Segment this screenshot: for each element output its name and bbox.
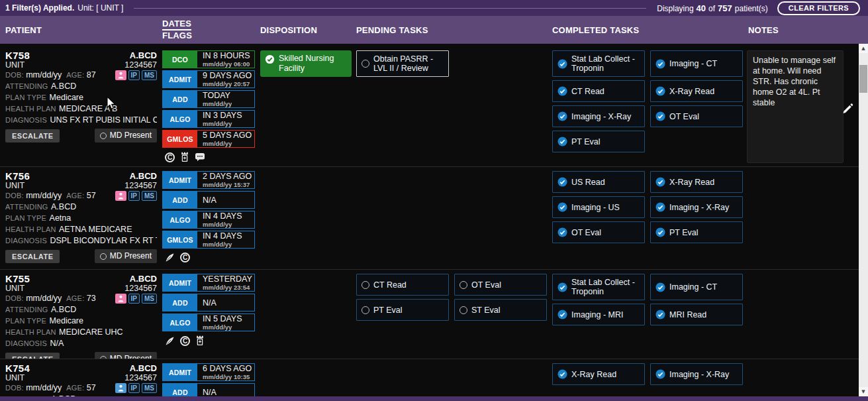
- md-present-toggle[interactable]: MD Present: [95, 129, 157, 143]
- completed-task[interactable]: Stat Lab Collect - Troponin: [552, 50, 645, 77]
- disposition-chip[interactable]: Skilled Nursing Facility: [260, 50, 352, 77]
- crown-flag-icon: [195, 335, 205, 346]
- completed-task[interactable]: Imaging - US: [552, 196, 645, 218]
- notes-cell: [746, 363, 859, 396]
- patient-id: K756: [5, 171, 30, 181]
- patient-plan-type: PLAN TYPE Aetna: [5, 212, 157, 223]
- displaying-count-text: Displaying 40 of 757 patient(s): [657, 3, 768, 13]
- completed-task[interactable]: OT Eval: [552, 221, 645, 243]
- completed-check-icon: [655, 310, 665, 319]
- date-chip-algo: ALGO IN 3 DAYSmm/dd/yy: [162, 110, 255, 128]
- patient-dob-age: DOB: mm/dd/yy AGE: 57: [5, 383, 96, 393]
- completed-task[interactable]: Stat Lab Collect - Troponin: [552, 274, 645, 300]
- unchecked-circle-icon: [362, 306, 369, 314]
- divider-line: [134, 8, 646, 9]
- dates-flags-cell: DCO IN 8 HOURSmm/dd/yy 06:00 ADMIT 9 DAY…: [162, 50, 258, 166]
- of-word: of: [708, 4, 715, 13]
- completed-task[interactable]: PT Eval: [650, 221, 743, 243]
- completed-task[interactable]: Imaging - MRI: [552, 304, 645, 325]
- pending-tasks-cell: CT ReadOT EvalPT EvalST Eval: [356, 274, 552, 359]
- completed-task[interactable]: OT Eval: [650, 105, 743, 127]
- clear-filters-button[interactable]: CLEAR FILTERS: [777, 1, 860, 15]
- disposition-cell: [258, 363, 356, 396]
- scroll-down-button[interactable]: ▼: [859, 387, 868, 396]
- completed-check-icon: [557, 86, 567, 96]
- completed-check-icon: [655, 86, 665, 96]
- completed-check-icon: [557, 310, 567, 319]
- patient-info: K755A.BCD UNIT1234567 DOB: mm/dd/yy AGE:…: [0, 274, 162, 359]
- completed-task[interactable]: Imaging - X-Ray: [650, 363, 743, 385]
- vertical-scrollbar[interactable]: ▲ ▼: [859, 44, 868, 396]
- md-present-toggle[interactable]: MD Present: [95, 249, 157, 263]
- completed-check-icon: [655, 59, 665, 69]
- date-chip-tag: GMLOS: [163, 231, 197, 248]
- dates-flags-cell: ADMIT YESTERDAYmm/dd/yy 23:54 ADD N/A AL…: [162, 274, 258, 359]
- col-header-completed-tasks: COMPLETED TASKS: [552, 25, 746, 35]
- md-present-toggle[interactable]: MD Present: [95, 352, 157, 359]
- patient-id: K758: [5, 50, 30, 60]
- gender-female-icon: [115, 191, 126, 201]
- completed-check-icon: [557, 177, 567, 187]
- patient-id: K755: [5, 274, 30, 284]
- patient-unit: UNIT: [5, 60, 24, 70]
- dates-flags-cell: ADMIT 6 DAYS AGOmm/dd/yy 10:35 ADD N/A: [162, 363, 258, 396]
- patient-badges: IPMS: [115, 191, 157, 201]
- disposition-cell: [258, 274, 356, 359]
- patient-class-badge: MS: [142, 191, 157, 201]
- date-chip-tag: DCO: [163, 51, 197, 68]
- scrollbar-thumb[interactable]: [859, 65, 867, 93]
- scroll-up-button[interactable]: ▲: [859, 44, 868, 53]
- flag-icons-row: C: [162, 253, 258, 262]
- pending-task[interactable]: OT Eval: [454, 274, 547, 296]
- col-header-pending-tasks: PENDING TASKS: [356, 25, 552, 35]
- completed-task[interactable]: X-Ray Read: [650, 171, 743, 193]
- dates-flags-cell: ADMIT 2 DAYS AGOmm/dd/yy 15:37 ADD N/A A…: [162, 171, 258, 269]
- filters-applied-text: 1 Filter(s) Applied.: [5, 3, 74, 13]
- completed-task[interactable]: Imaging - CT: [650, 274, 743, 300]
- escalate-button[interactable]: ESCALATE: [5, 129, 60, 143]
- patient-row: K754A.BCD UNIT1234567 DOB: mm/dd/yy AGE:…: [0, 359, 859, 396]
- edit-note-icon[interactable]: [842, 103, 853, 114]
- attending-code: A.BCD: [130, 171, 157, 181]
- pending-task[interactable]: CT Read: [356, 274, 449, 296]
- completed-check-icon: [655, 202, 665, 212]
- displayed-count: 40: [697, 3, 706, 13]
- patient-class-badge: MS: [142, 383, 157, 393]
- escalate-button[interactable]: ESCALATE: [5, 250, 60, 263]
- patient-attending: ATTENDING A.BCD: [5, 201, 157, 212]
- crown-flag-icon: [180, 152, 189, 162]
- completed-task[interactable]: US Read: [552, 171, 645, 193]
- completed-task[interactable]: PT Eval: [552, 131, 645, 152]
- date-chip-algo: ALGO IN 5 DAYSmm/dd/yy: [162, 314, 255, 331]
- patient-attending: ATTENDING A.BCD: [5, 304, 157, 315]
- notes-text[interactable]: Unable to manage self at home. Will need…: [747, 50, 844, 163]
- patient-class-badge: IP: [128, 383, 140, 393]
- pending-task[interactable]: Obtain PASRR - LVL II / Review: [356, 50, 449, 77]
- completed-tasks-cell: Stat Lab Collect - TroponinImaging - CTI…: [552, 274, 746, 359]
- pending-task[interactable]: ST Eval: [454, 299, 547, 321]
- completed-task[interactable]: X-Ray Read: [650, 80, 743, 102]
- patient-class-badge: MS: [142, 294, 157, 304]
- notes-cell: [746, 274, 859, 359]
- pending-task[interactable]: PT Eval: [356, 299, 449, 321]
- col-header-dates-flags: DATES FLAGS: [162, 19, 258, 41]
- completed-task[interactable]: Imaging - X-Ray: [552, 105, 645, 127]
- escalate-button[interactable]: ESCALATE: [5, 353, 60, 360]
- completed-task[interactable]: Imaging - X-Ray: [650, 196, 743, 218]
- completed-task[interactable]: X-Ray Read: [552, 363, 645, 385]
- completed-task[interactable]: CT Read: [552, 80, 645, 102]
- radio-circle-icon: [100, 253, 107, 260]
- patient-dob-age: DOB: mm/dd/yy AGE: 87: [5, 70, 96, 80]
- completed-check-icon: [557, 59, 567, 69]
- date-chip-tag: ADMIT: [163, 172, 197, 188]
- completed-check-icon: [557, 137, 567, 146]
- date-chip-tag: ADMIT: [163, 364, 197, 380]
- completed-check-icon: [655, 282, 665, 292]
- col-header-dates[interactable]: DATES: [162, 19, 191, 30]
- completed-task[interactable]: MRI Read: [650, 304, 743, 325]
- completed-check-icon: [655, 369, 665, 379]
- date-chip-gmlos: GMLOS 5 DAYS AGOmm/dd/yy: [162, 130, 255, 148]
- gender-male-icon: [115, 383, 126, 393]
- patient-badges: IPMS: [115, 70, 157, 80]
- completed-task[interactable]: Imaging - CT: [650, 50, 743, 77]
